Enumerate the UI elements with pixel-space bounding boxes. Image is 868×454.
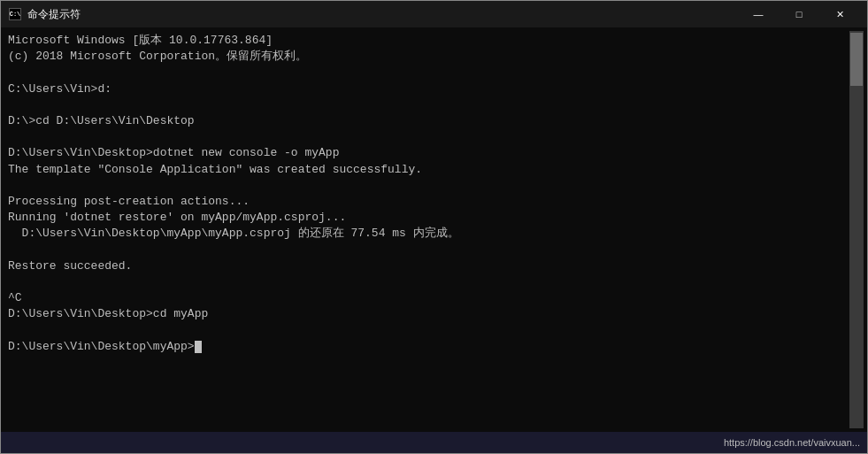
- terminal-line: [8, 129, 846, 145]
- terminal-content: Microsoft Windows [版本 10.0.17763.864](c)…: [4, 31, 849, 428]
- terminal-line: D:\>cd D:\Users\Vin\Desktop: [8, 113, 846, 129]
- terminal-line: The template "Console Application" was c…: [8, 162, 846, 178]
- terminal-line: [8, 65, 846, 81]
- terminal-line: D:\Users\Vin\Desktop\myApp>: [8, 339, 846, 355]
- terminal-body[interactable]: Microsoft Windows [版本 10.0.17763.864](c)…: [1, 27, 867, 432]
- terminal-line: C:\Users\Vin>d:: [8, 81, 846, 97]
- terminal-line: [8, 97, 846, 113]
- terminal-line: Microsoft Windows [版本 10.0.17763.864]: [8, 33, 846, 49]
- bottom-link: https://blog.csdn.net/vaivxuan...: [724, 437, 860, 448]
- scrollbar[interactable]: [849, 31, 864, 428]
- terminal-line: ^C: [8, 290, 846, 306]
- terminal-line: Restore succeeded.: [8, 258, 846, 274]
- cmd-window: C:\ 命令提示符 — □ ✕ Microsoft Windows [版本 10…: [0, 0, 868, 454]
- title-bar-left: C:\ 命令提示符: [8, 7, 81, 22]
- cmd-icon: C:\: [9, 8, 21, 20]
- terminal-line: [8, 322, 846, 338]
- terminal-line: D:\Users\Vin\Desktop\myApp\myApp.csproj …: [8, 226, 846, 242]
- window-title: 命令提示符: [27, 7, 81, 22]
- terminal-cursor: [195, 341, 202, 353]
- terminal-line: Running 'dotnet restore' on myApp/myApp.…: [8, 210, 846, 226]
- minimize-button[interactable]: —: [738, 1, 779, 27]
- title-bar: C:\ 命令提示符 — □ ✕: [1, 1, 867, 27]
- terminal-line: (c) 2018 Microsoft Corporation。保留所有权利。: [8, 49, 846, 65]
- terminal-line: Processing post-creation actions...: [8, 194, 846, 210]
- terminal-line: [8, 178, 846, 194]
- terminal-line: [8, 274, 846, 290]
- bottom-bar: https://blog.csdn.net/vaivxuan...: [1, 432, 867, 453]
- title-bar-controls: — □ ✕: [738, 1, 860, 27]
- close-button[interactable]: ✕: [819, 1, 860, 27]
- terminal-line: D:\Users\Vin\Desktop>dotnet new console …: [8, 145, 846, 161]
- cmd-icon-container: C:\: [8, 7, 22, 21]
- maximize-button[interactable]: □: [779, 1, 819, 27]
- terminal-line: D:\Users\Vin\Desktop>cd myApp: [8, 306, 846, 322]
- terminal-line: [8, 242, 846, 258]
- scrollbar-thumb[interactable]: [850, 33, 863, 86]
